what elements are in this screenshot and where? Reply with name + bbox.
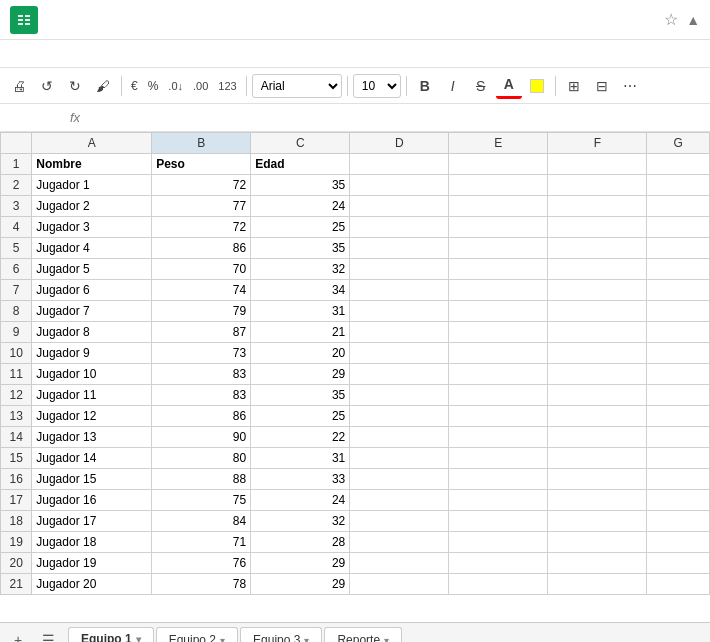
col-header-g[interactable]: G [647, 133, 710, 154]
cell-f-8[interactable] [548, 301, 647, 322]
col-header-c[interactable]: C [251, 133, 350, 154]
cell-c-6[interactable]: 32 [251, 259, 350, 280]
print-button[interactable]: 🖨 [6, 73, 32, 99]
cell-f-10[interactable] [548, 343, 647, 364]
undo-button[interactable]: ↺ [34, 73, 60, 99]
menu-tools[interactable] [116, 52, 132, 56]
cell-b-8[interactable]: 79 [152, 301, 251, 322]
menu-format[interactable] [80, 52, 96, 56]
row-header[interactable]: 3 [1, 196, 32, 217]
cell-d-6[interactable] [350, 259, 449, 280]
cell-c-9[interactable]: 21 [251, 322, 350, 343]
cell-d-20[interactable] [350, 553, 449, 574]
cell-g-6[interactable] [647, 259, 710, 280]
redo-button[interactable]: ↻ [62, 73, 88, 99]
formula-input[interactable] [86, 110, 706, 125]
row-header[interactable]: 8 [1, 301, 32, 322]
cell-c-11[interactable]: 29 [251, 364, 350, 385]
font-size-select[interactable]: 10 [353, 74, 401, 98]
cell-a-4[interactable]: Jugador 3 [32, 217, 152, 238]
cell-g-19[interactable] [647, 532, 710, 553]
cell-g-7[interactable] [647, 280, 710, 301]
cell-b-19[interactable]: 71 [152, 532, 251, 553]
cell-d-1[interactable] [350, 154, 449, 175]
cell-g-16[interactable] [647, 469, 710, 490]
col-header-d[interactable]: D [350, 133, 449, 154]
cell-d-17[interactable] [350, 490, 449, 511]
cell-a-3[interactable]: Jugador 2 [32, 196, 152, 217]
cell-b-11[interactable]: 83 [152, 364, 251, 385]
cell-a-21[interactable]: Jugador 20 [32, 574, 152, 595]
cell-a-17[interactable]: Jugador 16 [32, 490, 152, 511]
cell-c-2[interactable]: 35 [251, 175, 350, 196]
cell-e-15[interactable] [449, 448, 548, 469]
row-header[interactable]: 17 [1, 490, 32, 511]
row-header[interactable]: 9 [1, 322, 32, 343]
col-header-b[interactable]: B [152, 133, 251, 154]
col-header-a[interactable]: A [32, 133, 152, 154]
currency-percent-button[interactable]: % [144, 77, 163, 95]
font-family-select[interactable]: Arial [252, 74, 342, 98]
cell-b-17[interactable]: 75 [152, 490, 251, 511]
cell-e-17[interactable] [449, 490, 548, 511]
row-header[interactable]: 2 [1, 175, 32, 196]
row-header[interactable]: 19 [1, 532, 32, 553]
cell-g-21[interactable] [647, 574, 710, 595]
cell-f-1[interactable] [548, 154, 647, 175]
cell-f-18[interactable] [548, 511, 647, 532]
cell-b-1[interactable]: Peso [152, 154, 251, 175]
cell-b-7[interactable]: 74 [152, 280, 251, 301]
cell-a-1[interactable]: Nombre [32, 154, 152, 175]
cell-g-15[interactable] [647, 448, 710, 469]
cell-d-13[interactable] [350, 406, 449, 427]
star-icon[interactable]: ☆ [664, 10, 678, 29]
cell-e-14[interactable] [449, 427, 548, 448]
cell-a-12[interactable]: Jugador 11 [32, 385, 152, 406]
cell-a-18[interactable]: Jugador 17 [32, 511, 152, 532]
currency-euro-button[interactable]: € [127, 77, 142, 95]
cell-g-3[interactable] [647, 196, 710, 217]
cell-e-5[interactable] [449, 238, 548, 259]
cell-g-1[interactable] [647, 154, 710, 175]
cell-f-13[interactable] [548, 406, 647, 427]
cell-c-12[interactable]: 35 [251, 385, 350, 406]
row-header[interactable]: 20 [1, 553, 32, 574]
cell-c-16[interactable]: 33 [251, 469, 350, 490]
cell-b-10[interactable]: 73 [152, 343, 251, 364]
bold-button[interactable]: B [412, 73, 438, 99]
cell-b-3[interactable]: 77 [152, 196, 251, 217]
cell-a-9[interactable]: Jugador 8 [32, 322, 152, 343]
row-header[interactable]: 10 [1, 343, 32, 364]
cell-g-17[interactable] [647, 490, 710, 511]
cell-g-18[interactable] [647, 511, 710, 532]
merge-button[interactable]: ⊟ [589, 73, 615, 99]
cell-b-13[interactable]: 86 [152, 406, 251, 427]
cell-d-9[interactable] [350, 322, 449, 343]
cell-a-10[interactable]: Jugador 9 [32, 343, 152, 364]
sheet-tab-reporte[interactable]: Reporte▾ [324, 627, 402, 643]
cell-g-10[interactable] [647, 343, 710, 364]
cell-d-2[interactable] [350, 175, 449, 196]
cell-b-2[interactable]: 72 [152, 175, 251, 196]
row-header[interactable]: 16 [1, 469, 32, 490]
row-header[interactable]: 18 [1, 511, 32, 532]
cell-g-20[interactable] [647, 553, 710, 574]
paint-format-button[interactable]: 🖌 [90, 73, 116, 99]
cell-g-2[interactable] [647, 175, 710, 196]
cell-d-12[interactable] [350, 385, 449, 406]
cell-f-4[interactable] [548, 217, 647, 238]
cell-d-16[interactable] [350, 469, 449, 490]
all-sheets-button[interactable]: ☰ [36, 628, 60, 643]
cell-e-9[interactable] [449, 322, 548, 343]
cell-d-3[interactable] [350, 196, 449, 217]
row-header[interactable]: 15 [1, 448, 32, 469]
cell-c-19[interactable]: 28 [251, 532, 350, 553]
cell-f-21[interactable] [548, 574, 647, 595]
cell-e-10[interactable] [449, 343, 548, 364]
decimal-down-button[interactable]: .0↓ [164, 78, 187, 94]
borders-button[interactable]: ⊞ [561, 73, 587, 99]
cell-c-21[interactable]: 29 [251, 574, 350, 595]
cell-g-13[interactable] [647, 406, 710, 427]
cell-f-14[interactable] [548, 427, 647, 448]
cell-d-8[interactable] [350, 301, 449, 322]
